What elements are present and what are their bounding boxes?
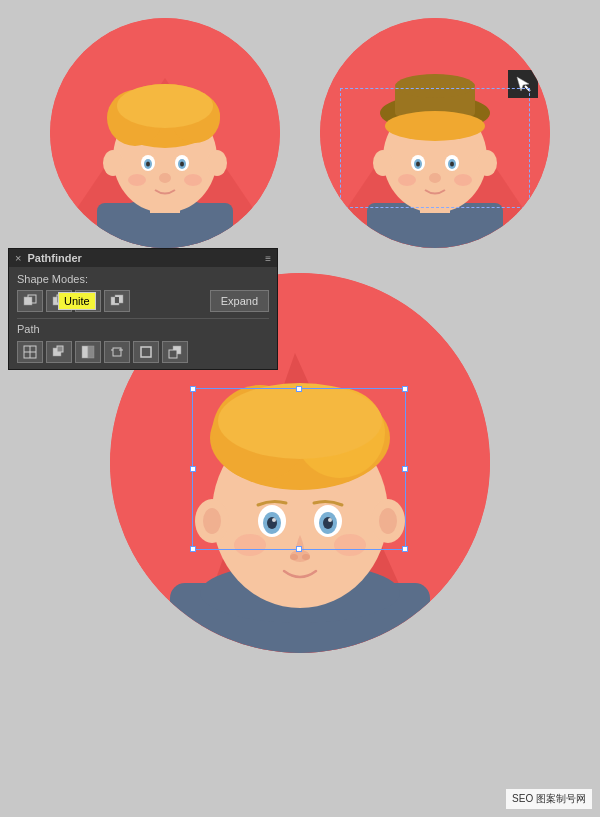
cursor-icon-overlay: [508, 70, 538, 98]
divide-icon: [23, 345, 37, 359]
svg-point-26: [373, 150, 393, 176]
panel-titlebar: × Pathfinder ≡: [9, 249, 277, 267]
svg-point-11: [117, 84, 213, 128]
pathfinders-label: Path: [17, 323, 40, 335]
svg-point-91: [234, 534, 266, 556]
path-btn-divide[interactable]: [17, 341, 43, 363]
unite-tooltip: Unite: [58, 292, 96, 310]
svg-point-39: [398, 174, 416, 186]
svg-point-40: [454, 174, 472, 186]
svg-rect-65: [169, 350, 177, 358]
trim-icon: [52, 345, 66, 359]
svg-rect-52: [115, 297, 119, 303]
svg-rect-59: [88, 346, 94, 358]
svg-point-38: [429, 173, 441, 183]
svg-rect-60: [113, 348, 121, 356]
svg-point-18: [159, 173, 171, 183]
panel-divider: [17, 318, 269, 319]
svg-line-42: [525, 86, 530, 91]
cursor-icon: [514, 75, 532, 93]
svg-point-7: [207, 150, 227, 176]
path-btn-outline[interactable]: [133, 341, 159, 363]
svg-point-86: [272, 518, 276, 522]
expand-button[interactable]: Expand: [210, 290, 269, 312]
panel-title: Pathfinder: [27, 252, 81, 264]
panel-close-button[interactable]: ×: [15, 252, 21, 264]
avatar-top-right: [320, 18, 550, 248]
watermark: SEO 图案制号网: [506, 789, 592, 809]
avatar-top-left: [50, 18, 280, 248]
path-btn-merge[interactable]: [75, 341, 101, 363]
crop-icon: [110, 345, 124, 359]
svg-point-79: [218, 383, 382, 459]
svg-point-92: [334, 534, 366, 556]
shape-modes-label: Shape Modes:: [17, 273, 269, 285]
shape-btn-unite[interactable]: [17, 290, 43, 312]
avatar-top-right-svg: [320, 18, 550, 248]
path-modes-row: [17, 341, 269, 363]
svg-point-37: [450, 162, 454, 167]
minus-back-icon: [168, 345, 182, 359]
top-avatars-section: [0, 0, 600, 258]
svg-point-27: [477, 150, 497, 176]
svg-point-36: [416, 162, 420, 167]
svg-point-20: [184, 174, 202, 186]
pathfinders-label-row: Path: [17, 323, 269, 335]
svg-point-74: [203, 508, 221, 534]
svg-rect-57: [57, 346, 63, 352]
svg-rect-63: [141, 347, 151, 357]
path-btn-minus-back[interactable]: [162, 341, 188, 363]
svg-point-89: [290, 554, 298, 560]
svg-point-6: [103, 150, 123, 176]
panel-titlebar-left: × Pathfinder: [15, 252, 82, 264]
svg-point-19: [128, 174, 146, 186]
svg-point-87: [328, 518, 332, 522]
svg-point-30: [395, 74, 475, 98]
shape-btn-exclude[interactable]: [104, 290, 130, 312]
svg-rect-58: [82, 346, 88, 358]
exclude-icon: [110, 294, 124, 308]
svg-point-17: [180, 162, 184, 167]
outline-icon: [139, 345, 153, 359]
svg-point-16: [146, 162, 150, 167]
path-btn-crop[interactable]: [104, 341, 130, 363]
unite-icon: [23, 294, 37, 308]
panel-menu-button[interactable]: ≡: [265, 253, 271, 264]
svg-point-75: [379, 508, 397, 534]
shape-modes-row: Expand: [17, 290, 269, 312]
path-btn-trim[interactable]: [46, 341, 72, 363]
watermark-text: SEO 图案制号网: [512, 793, 586, 804]
panel-body: Shape Modes:: [9, 267, 277, 369]
pathfinder-panel: × Pathfinder ≡ Shape Modes:: [8, 248, 278, 370]
avatar-top-left-svg: [50, 18, 280, 248]
svg-point-31: [385, 111, 485, 141]
merge-icon: [81, 345, 95, 359]
svg-point-90: [302, 554, 310, 560]
